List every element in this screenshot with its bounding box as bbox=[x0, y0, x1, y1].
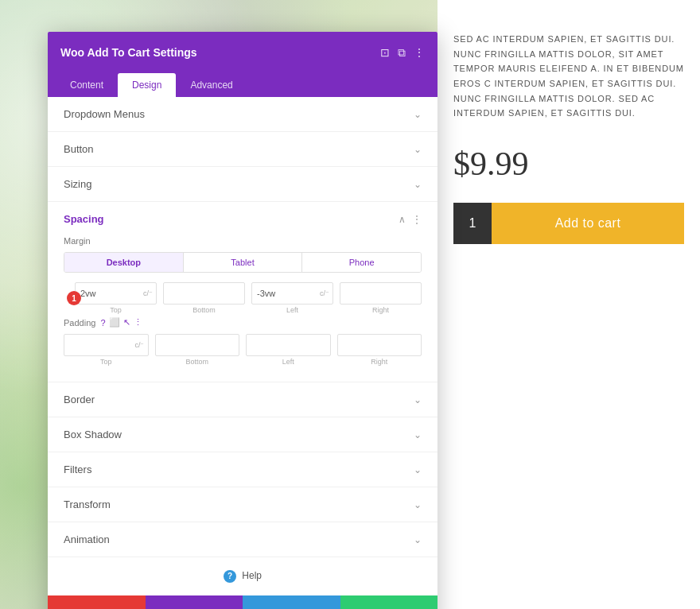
margin-left-caption: Left bbox=[286, 306, 298, 314]
margin-right-caption: Right bbox=[372, 306, 389, 314]
accordion-border-header[interactable]: Border ⌄ bbox=[48, 382, 438, 417]
panel-title: Woo Add To Cart Settings bbox=[60, 46, 197, 59]
tab-design[interactable]: Design bbox=[118, 73, 176, 97]
help-icon: ? bbox=[224, 570, 236, 583]
margin-top-caption: Top bbox=[110, 306, 122, 314]
padding-bottom-input[interactable] bbox=[155, 334, 240, 356]
accordion-filters-header[interactable]: Filters ⌄ bbox=[48, 452, 438, 487]
accordion-button-arrow: ⌄ bbox=[414, 144, 422, 155]
padding-label-row: Padding ? ⬜ ↖ ⋮ bbox=[64, 317, 422, 328]
accordion-sizing-arrow: ⌄ bbox=[414, 179, 422, 190]
panel-header-icons: ⊡ ⧉ ⋮ bbox=[380, 46, 425, 60]
accordion-filters: Filters ⌄ bbox=[48, 452, 438, 487]
padding-right-caption: Right bbox=[371, 358, 387, 366]
accordion-animation-header[interactable]: Animation ⌄ bbox=[48, 522, 438, 557]
accordion-dropdown-menus-header[interactable]: Dropdown Menus ⌄ bbox=[48, 97, 438, 131]
delete-button[interactable]: ✕ bbox=[48, 595, 146, 609]
padding-right-input[interactable] bbox=[337, 334, 422, 356]
add-to-cart-button[interactable]: Add to cart bbox=[492, 203, 684, 244]
padding-left-caption: Left bbox=[282, 358, 294, 366]
margin-bottom-group: Bottom bbox=[163, 282, 245, 314]
tab-content[interactable]: Content bbox=[56, 73, 118, 97]
accordion-dropdown-menus-label: Dropdown Menus bbox=[64, 108, 145, 120]
redo-icon: ↻ bbox=[286, 606, 297, 610]
spacing-title: Spacing bbox=[64, 213, 104, 225]
padding-left-input[interactable] bbox=[246, 334, 331, 356]
spacing-header[interactable]: Spacing ∧ ⋮ bbox=[48, 202, 438, 236]
accordion-animation-label: Animation bbox=[64, 533, 110, 545]
accordion-dropdown-menus: Dropdown Menus ⌄ bbox=[48, 97, 438, 132]
margin-left-group: c/⁻ Left bbox=[251, 282, 333, 314]
spacing-section: Spacing ∧ ⋮ Margin Desktop Tablet Phone … bbox=[48, 202, 438, 382]
panel-header: Woo Add To Cart Settings ⊡ ⧉ ⋮ bbox=[48, 32, 438, 73]
accordion-button-label: Button bbox=[64, 143, 94, 155]
settings-panel: Woo Add To Cart Settings ⊡ ⧉ ⋮ Content D… bbox=[48, 32, 438, 609]
accordion-box-shadow-header[interactable]: Box Shadow ⌄ bbox=[48, 417, 438, 452]
padding-more-icon[interactable]: ⋮ bbox=[134, 317, 142, 328]
margin-top-unit: c/⁻ bbox=[143, 289, 153, 297]
delete-icon: ✕ bbox=[91, 606, 102, 610]
accordion-sizing-label: Sizing bbox=[64, 178, 91, 190]
padding-help-icon[interactable]: ? bbox=[100, 318, 105, 328]
accordion-box-shadow-arrow: ⌄ bbox=[414, 429, 422, 440]
spacing-more-icon[interactable]: ⋮ bbox=[412, 214, 422, 225]
padding-inputs-row: c/⁻ Top Bottom Left bbox=[64, 334, 422, 366]
padding-left-input-wrapper bbox=[246, 334, 331, 356]
spacing-header-right: ∧ ⋮ bbox=[399, 214, 422, 225]
margin-tab-phone[interactable]: Phone bbox=[301, 253, 421, 272]
padding-right-input-wrapper bbox=[337, 334, 422, 356]
accordion-transform-arrow: ⌄ bbox=[414, 499, 422, 510]
padding-label: Padding bbox=[64, 318, 95, 328]
quantity-box[interactable]: 1 bbox=[453, 203, 492, 244]
accordion-dropdown-menus-arrow: ⌄ bbox=[414, 109, 422, 120]
padding-top-input-wrapper: c/⁻ bbox=[64, 334, 149, 356]
spacing-body: Margin Desktop Tablet Phone 1 c/⁻ bbox=[48, 236, 438, 382]
padding-top-unit: c/⁻ bbox=[134, 341, 144, 349]
padding-cursor-icon[interactable]: ↖ bbox=[123, 317, 130, 328]
undo-icon: ↺ bbox=[189, 606, 199, 610]
padding-left-group: Left bbox=[246, 334, 331, 366]
expand-icon[interactable]: ⧉ bbox=[398, 46, 406, 60]
accordion-animation-arrow: ⌄ bbox=[414, 534, 422, 545]
accordion-border-arrow: ⌄ bbox=[414, 394, 422, 405]
redo-button[interactable]: ↻ bbox=[243, 595, 340, 609]
margin-right-input[interactable] bbox=[340, 282, 422, 304]
accordion-sizing-header[interactable]: Sizing ⌄ bbox=[48, 167, 438, 201]
accordion-transform-header[interactable]: Transform ⌄ bbox=[48, 487, 438, 522]
undo-button[interactable]: ↺ bbox=[146, 595, 243, 609]
accordion-button-header[interactable]: Button ⌄ bbox=[48, 132, 438, 166]
padding-icons: ? ⬜ ↖ ⋮ bbox=[100, 317, 142, 328]
margin-bottom-input-wrapper bbox=[163, 282, 245, 304]
save-button[interactable]: ✓ bbox=[340, 595, 438, 609]
padding-top-group: c/⁻ Top bbox=[64, 334, 149, 366]
accordion-button: Button ⌄ bbox=[48, 132, 438, 167]
margin-top-group: c/⁻ Top bbox=[75, 282, 157, 314]
accordion-box-shadow: Box Shadow ⌄ bbox=[48, 417, 438, 452]
padding-bottom-group: Bottom bbox=[155, 334, 240, 366]
margin-responsive-tabs: Desktop Tablet Phone bbox=[64, 252, 422, 273]
spacing-collapse-icon[interactable]: ∧ bbox=[399, 214, 406, 225]
padding-bottom-input-wrapper bbox=[155, 334, 240, 356]
product-price: $9.99 bbox=[453, 145, 684, 183]
accordion-animation: Animation ⌄ bbox=[48, 522, 438, 557]
accordion-filters-label: Filters bbox=[64, 464, 91, 475]
more-icon[interactable]: ⋮ bbox=[414, 46, 425, 59]
accordion-transform: Transform ⌄ bbox=[48, 487, 438, 522]
padding-link-icon[interactable]: ⬜ bbox=[109, 317, 120, 328]
accordion-box-shadow-label: Box Shadow bbox=[64, 429, 122, 440]
help-row: ? Help bbox=[48, 557, 438, 595]
tab-advanced[interactable]: Advanced bbox=[176, 73, 247, 97]
padding-top-caption: Top bbox=[100, 358, 112, 366]
add-to-cart-row: 1 Add to cart bbox=[453, 203, 684, 244]
margin-bottom-input[interactable] bbox=[163, 282, 245, 304]
help-label[interactable]: Help bbox=[242, 570, 262, 581]
margin-tab-tablet[interactable]: Tablet bbox=[183, 253, 302, 272]
accordion-filters-arrow: ⌄ bbox=[414, 464, 422, 475]
save-icon: ✓ bbox=[383, 606, 394, 610]
margin-tab-desktop[interactable]: Desktop bbox=[64, 253, 183, 272]
padding-bottom-caption: Bottom bbox=[185, 358, 208, 366]
panel-tabs: Content Design Advanced bbox=[48, 73, 438, 97]
margin-bottom-caption: Bottom bbox=[192, 306, 216, 314]
product-description: SED AC INTERDUM SAPIEN, ET SAGITTIS DUI.… bbox=[453, 32, 684, 121]
minimize-icon[interactable]: ⊡ bbox=[380, 46, 390, 59]
